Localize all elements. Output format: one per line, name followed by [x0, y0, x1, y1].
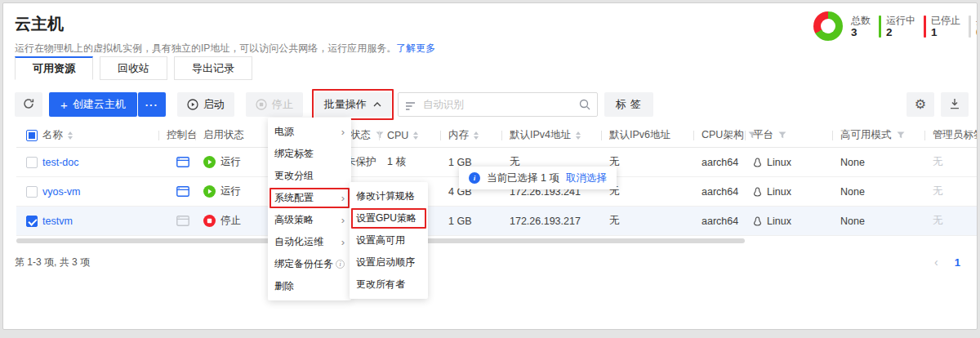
filter-funnel-icon[interactable] — [778, 131, 786, 139]
refresh-button[interactable] — [15, 92, 42, 117]
pagination: ‹ 1 — [929, 256, 965, 269]
submenu-item-set-gpu-policy[interactable]: 设置GPU策略 — [350, 207, 428, 229]
platform-cell: Linux — [753, 177, 791, 206]
search-icon[interactable] — [579, 99, 590, 113]
submenu-item-label: 修改计算规格 — [356, 189, 415, 203]
create-vm-button[interactable]: + 创建云主机 — [49, 92, 137, 117]
status-cell: 停止 — [203, 207, 241, 235]
submenu-item-set-boot-order[interactable]: 设置启动顺序 — [350, 251, 428, 274]
export-download-button[interactable] — [941, 92, 969, 117]
sort-icon[interactable] — [68, 131, 73, 140]
menu-item-label: 电源 — [274, 125, 294, 139]
menu-item-advanced-policy[interactable]: 高级策略› — [268, 209, 351, 231]
console-icon[interactable] — [176, 216, 189, 226]
search-input[interactable] — [398, 92, 598, 117]
sort-icon[interactable] — [576, 131, 581, 140]
header-ipv4[interactable]: 默认IPv4地址 — [510, 123, 581, 147]
arch-cell: aarch64 — [702, 207, 738, 235]
tab-recycle-bin[interactable]: 回收站 — [100, 56, 167, 80]
stop-button[interactable]: 停止 — [246, 92, 303, 117]
page-header: 云主机 运行在物理机上的虚拟机实例，具有独立的IP地址，可以访问公共网络，运行应… — [15, 13, 435, 56]
status-text: 运行 — [220, 155, 241, 169]
console-cell — [176, 177, 189, 206]
header-ha-mode-label: 高可用模式 — [840, 128, 892, 142]
cloud-vm-page: 云主机 运行在物理机上的虚拟机实例，具有独立的IP地址，可以访问公共网络，运行应… — [2, 2, 978, 330]
cpu-cell: 1 核 — [387, 148, 406, 176]
batch-operations-label: 批量操作 — [324, 97, 367, 112]
row-checkbox-cell — [26, 148, 38, 176]
selection-count-text: 当前已选择 1 项 — [487, 171, 559, 185]
menu-item-delete[interactable]: 删除 — [268, 275, 351, 297]
chevron-right-icon: › — [341, 127, 345, 137]
header-enable-status: 启用状态 — [203, 123, 244, 147]
platform-text: Linux — [767, 157, 791, 168]
status-cell: 运行 — [203, 148, 241, 176]
filter-funnel-icon[interactable] — [897, 131, 905, 139]
submenu-item-label: 设置启动顺序 — [356, 256, 415, 269]
header-name[interactable]: 名称 — [42, 123, 73, 147]
menu-item-power[interactable]: 电源› — [268, 121, 351, 143]
table-footer: 第 1-3 项, 共 3 项 ‹ 1 — [15, 250, 965, 274]
status-text: 运行 — [220, 185, 241, 198]
submenu-item-label: 设置高可用 — [356, 233, 405, 247]
sort-icon[interactable] — [413, 131, 418, 140]
submenu-item-set-ha[interactable]: 设置高可用 — [350, 229, 428, 251]
submenu-item-modify-compute-spec[interactable]: 修改计算规格 — [350, 185, 428, 207]
row-checkbox[interactable] — [26, 157, 38, 168]
sort-icon[interactable] — [474, 131, 479, 140]
chevron-right-icon: › — [341, 215, 345, 225]
vm-name-link[interactable]: vyos-vm — [42, 177, 81, 206]
more-actions-button[interactable]: ··· — [138, 92, 166, 117]
batch-operations-button[interactable]: 批量操作 — [314, 92, 391, 117]
row-checkbox[interactable] — [26, 186, 38, 198]
header-arch-label: CPU架构 — [702, 128, 743, 142]
stat-running-value: 2 — [886, 26, 915, 38]
stopped-status-icon — [203, 215, 216, 227]
running-status-icon — [203, 185, 216, 198]
status-text: 停止 — [220, 214, 241, 228]
stat-stopped: 已停止 1 — [924, 15, 960, 38]
menu-item-bind-tag[interactable]: 绑定标签 — [268, 143, 351, 165]
menu-item-system-config[interactable]: 系统配置› — [268, 187, 351, 209]
row-checkbox-cell — [26, 177, 38, 206]
menu-item-bind-backup-task[interactable]: 绑定备份任务i — [268, 253, 351, 275]
menu-item-change-group[interactable]: 更改分组 — [268, 165, 351, 187]
stat-stopped-value: 1 — [931, 26, 960, 38]
header-admin-tag-label: 管理员标签 — [933, 128, 978, 142]
header-cpu[interactable]: CPU — [387, 123, 418, 147]
batch-operations-wrap: 批量操作 — [314, 92, 391, 117]
header-ipv6: 默认IPv6地址 — [609, 123, 670, 147]
menu-item-label: 绑定标签 — [274, 147, 314, 161]
start-button[interactable]: 启动 — [177, 92, 234, 117]
header-ha-mode[interactable]: 高可用模式 — [840, 123, 905, 147]
vm-name-link[interactable]: testvm — [42, 207, 73, 235]
console-cell — [176, 207, 189, 235]
header-platform[interactable]: 平台 — [753, 123, 786, 147]
learn-more-link[interactable]: 了解更多 — [396, 42, 435, 54]
submenu-item-change-owner[interactable]: 更改所有者 — [350, 274, 428, 296]
select-all-checkbox[interactable] — [26, 130, 38, 141]
header-admin-tag: 管理员标签 — [933, 123, 978, 147]
console-icon[interactable] — [176, 157, 189, 167]
tab-available-resources[interactable]: 可用资源 — [15, 56, 93, 80]
submenu-item-label: 更改所有者 — [356, 278, 405, 291]
header-memory[interactable]: 内存 — [448, 123, 479, 147]
console-icon[interactable] — [176, 186, 189, 197]
tab-export-records[interactable]: 导出记录 — [174, 56, 252, 80]
stat-error-label: 异常 — [976, 15, 978, 26]
column-settings-button[interactable]: ⚙ — [906, 92, 934, 117]
linux-icon — [753, 216, 762, 226]
row-checkbox[interactable] — [26, 216, 38, 227]
header-arch[interactable]: CPU架构 — [702, 123, 756, 147]
cancel-selection-link[interactable]: 取消选择 — [566, 171, 607, 185]
items-summary: 第 1-3 项, 共 3 项 — [15, 256, 90, 269]
page-number[interactable]: 1 — [950, 256, 965, 269]
tag-filter-button[interactable]: 标签 — [604, 92, 653, 117]
vm-name-link[interactable]: test-doc — [42, 148, 78, 176]
stat-error-value: 0 — [976, 26, 978, 38]
plus-icon: + — [60, 98, 68, 112]
menu-item-automation-ops[interactable]: 自动化运维› — [268, 231, 351, 253]
menu-item-label: 更改分组 — [274, 169, 314, 183]
filter-funnel-icon[interactable] — [376, 131, 384, 139]
prev-page-icon[interactable]: ‹ — [929, 256, 943, 269]
